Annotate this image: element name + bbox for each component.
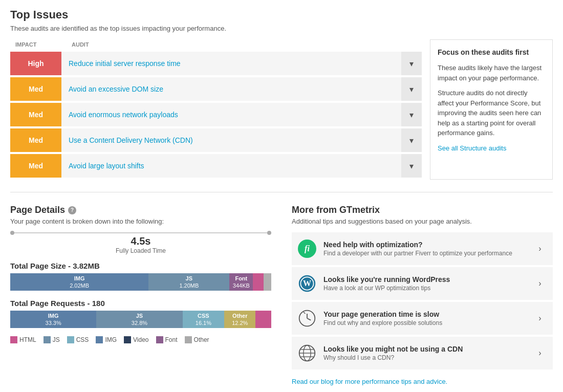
gtm-row-title: Need help with optimization? <box>323 241 526 249</box>
col-audit-header: AUDIT <box>67 41 89 48</box>
top-issues-layout: IMPACT AUDIT HighReduce initial server r… <box>10 39 553 180</box>
legend-label: CSS <box>76 336 89 343</box>
legend-swatch <box>10 336 17 343</box>
gtm-row-sub: Have a look at our WP optimization tips <box>323 285 526 292</box>
legend-label: HTML <box>19 336 36 343</box>
gtm-text: Need help with optimization?Find a devel… <box>323 241 526 257</box>
bar-segment <box>255 311 271 328</box>
requests-bar: IMG33.3%JS32.8%CSS16.1%Other12.2% <box>10 311 271 328</box>
gtm-row-title: Looks like you might not be using a CDN <box>323 345 526 353</box>
bar-segment <box>264 273 271 291</box>
bar-segment: JS1.20MB <box>148 273 229 291</box>
page-details-desc: Your page content is broken down into th… <box>10 217 271 225</box>
focus-box-para2: Structure audits do not directly affect … <box>438 88 545 138</box>
gtm-row[interactable]: WLooks like you're running WordPressHave… <box>292 267 553 300</box>
bar-segment: IMG2.02MB <box>10 273 148 291</box>
chevron-down-icon[interactable]: ▾ <box>401 154 422 178</box>
svg-text:W: W <box>303 279 311 288</box>
fully-loaded-label: Fully Loaded Time <box>10 247 271 254</box>
bar-segment: CSS16.1% <box>183 311 225 328</box>
legend-item: JS <box>44 336 60 343</box>
chevron-down-icon[interactable]: ▾ <box>401 103 422 126</box>
page-details-title: Page Details ? <box>10 205 271 215</box>
more-gtmetrix-desc: Additional tips and suggestions based on… <box>292 217 553 225</box>
audit-label[interactable]: Avoid enormous network payloads <box>61 105 401 124</box>
fiverr-logo: fi <box>298 239 316 258</box>
col-headers: IMPACT AUDIT <box>10 39 422 50</box>
gtm-row[interactable]: fiNeed help with optimization?Find a dev… <box>292 232 553 265</box>
legend-item: CSS <box>67 336 89 343</box>
time-bar-line <box>10 232 271 233</box>
chevron-right-icon: › <box>532 244 548 253</box>
audit-table: IMPACT AUDIT HighReduce initial server r… <box>10 39 422 180</box>
bar-segment: IMG33.3% <box>10 311 96 328</box>
page-title: Top Issues <box>10 8 553 21</box>
focus-box-para1: These audits likely have the largest imp… <box>438 63 545 83</box>
impact-badge: Med <box>10 77 61 101</box>
legend-label: JS <box>53 336 60 343</box>
top-issues-subtitle: These audits are identified as the top i… <box>10 25 553 32</box>
clock-svg <box>298 309 316 328</box>
impact-badge: High <box>10 52 61 75</box>
wordpress-logo: W <box>298 274 316 293</box>
help-icon[interactable]: ? <box>68 206 76 214</box>
legend-label: IMG <box>105 336 117 343</box>
legend-label: Video <box>133 336 148 343</box>
legend-item: Other <box>185 336 209 343</box>
focus-box: Focus on these audits first These audits… <box>430 39 553 180</box>
legend-item: Font <box>156 336 178 343</box>
wordpress-icon: W <box>297 273 317 294</box>
svg-line-6 <box>304 312 306 314</box>
gtm-row-sub: Find out why and explore possible soluti… <box>323 319 526 326</box>
more-gtmetrix-section: More from GTmetrix Additional tips and s… <box>292 205 553 385</box>
audit-label[interactable]: Reduce initial server response time <box>61 54 401 73</box>
see-all-audits-link[interactable]: See all Structure audits <box>438 144 506 152</box>
total-requests-title: Total Page Requests - 180 <box>10 299 271 308</box>
audit-label[interactable]: Avoid large layout shifts <box>61 157 401 175</box>
gtm-row-title: Your page generation time is slow <box>323 310 526 318</box>
col-impact-header: IMPACT <box>10 41 67 48</box>
blog-link[interactable]: Read our blog for more performance tips … <box>292 378 447 385</box>
impact-badge: Med <box>10 154 61 178</box>
clock-icon <box>297 308 317 329</box>
legend-swatch <box>44 336 51 343</box>
audit-row: MedAvoid an excessive DOM size▾ <box>10 77 422 101</box>
legend-item: Video <box>124 336 148 343</box>
audit-label[interactable]: Use a Content Delivery Network (CDN) <box>61 131 401 149</box>
gtm-text: Looks like you're running WordPressHave … <box>323 275 526 292</box>
audit-row: MedAvoid large layout shifts▾ <box>10 154 422 178</box>
page-details-section: Page Details ? Your page content is brok… <box>10 205 271 385</box>
chevron-down-icon[interactable]: ▾ <box>401 128 422 152</box>
gtm-row-sub: Find a developer with our partner Fiverr… <box>323 250 526 257</box>
legend: HTMLJSCSSIMGVideoFontOther <box>10 336 271 343</box>
gtm-row-sub: Why should I use a CDN? <box>323 354 526 361</box>
bottom-layout: Page Details ? Your page content is brok… <box>10 205 553 385</box>
gtm-row[interactable]: Your page generation time is slowFind ou… <box>292 302 553 335</box>
audit-label[interactable]: Avoid an excessive DOM size <box>61 80 401 98</box>
legend-label: Other <box>194 336 209 343</box>
chevron-right-icon: › <box>532 349 548 358</box>
bar-segment: Font344KB <box>229 273 253 291</box>
fiverr-icon: fi <box>297 238 317 259</box>
chevron-right-icon: › <box>532 314 548 323</box>
legend-swatch <box>124 336 131 343</box>
audit-rows: HighReduce initial server response time▾… <box>10 52 422 178</box>
gtm-row-title: Looks like you're running WordPress <box>323 275 526 284</box>
fully-loaded-time: 4.5s <box>10 235 271 247</box>
more-gtmetrix-title: More from GTmetrix <box>292 205 553 215</box>
section-divider <box>10 192 553 192</box>
audit-row: MedUse a Content Delivery Network (CDN)▾ <box>10 128 422 152</box>
chevron-down-icon[interactable]: ▾ <box>401 77 422 101</box>
total-size-title: Total Page Size - 3.82MB <box>10 262 271 270</box>
gtm-row[interactable]: Looks like you might not be using a CDNW… <box>292 337 553 369</box>
chevron-down-icon[interactable]: ▾ <box>401 52 422 75</box>
legend-swatch <box>96 336 103 343</box>
bar-segment: Other12.2% <box>224 311 255 328</box>
chevron-right-icon: › <box>532 279 548 288</box>
top-issues-section: Top Issues These audits are identified a… <box>10 8 553 180</box>
legend-swatch <box>156 336 163 343</box>
bar-segment <box>253 273 263 291</box>
legend-label: Font <box>165 336 178 343</box>
time-bar-wrapper <box>10 232 271 233</box>
audit-row: HighReduce initial server response time▾ <box>10 52 422 75</box>
